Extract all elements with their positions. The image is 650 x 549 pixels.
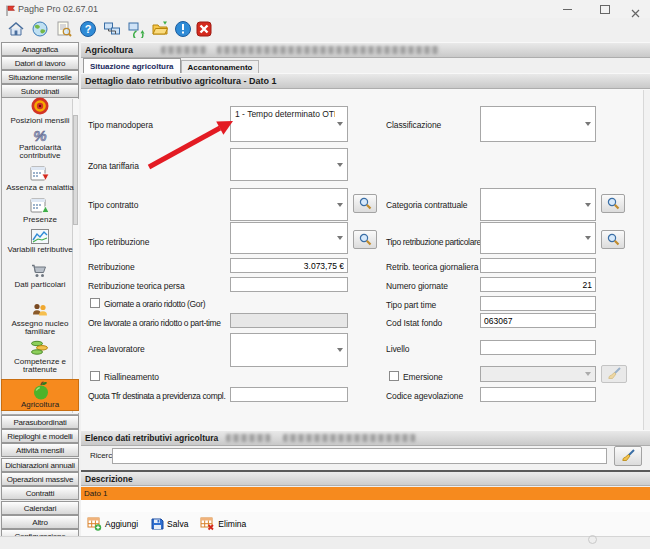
chevron-down-icon: [337, 163, 343, 167]
chart-icon[interactable]: [30, 227, 50, 247]
livello-input[interactable]: [480, 340, 596, 355]
sync-icon[interactable]: [126, 19, 146, 39]
field-label-codice-agevolazione: Codice agevolazione: [386, 391, 463, 401]
help-icon[interactable]: ?: [78, 19, 98, 39]
field-label-zona-tariffaria: Zona tariffaria: [88, 161, 139, 171]
zona-tariffaria-combo[interactable]: [230, 148, 348, 181]
field-label-tipo-part-time: Tipo part time: [386, 300, 436, 310]
sidebar-item-riepiloghi-e-modelli[interactable]: Riepiloghi e modelli: [1, 429, 79, 443]
world-icon[interactable]: [30, 19, 50, 39]
cart-icon[interactable]: [30, 261, 50, 281]
sidebar-item-assegno-nucleo-familiare[interactable]: Assegno nucleo familiare: [1, 320, 79, 335]
page-title: Agricoltura: [85, 45, 133, 55]
redacted-company: [283, 434, 416, 442]
table-column-header: Descrizione: [81, 470, 650, 486]
retrib-teorica-giornaliera-input[interactable]: [480, 258, 596, 273]
field-label-categoria-contrattuale: Categoria contrattuale: [386, 200, 467, 210]
area-lavoratore-combo[interactable]: [230, 333, 348, 367]
cod-istat-fondo-input[interactable]: [480, 313, 596, 328]
riallineamento-checkbox[interactable]: [90, 371, 100, 381]
info-icon[interactable]: [173, 19, 193, 39]
open-folder-icon[interactable]: [150, 19, 170, 39]
add-button[interactable]: Aggiungi: [85, 517, 140, 531]
search-input[interactable]: [112, 448, 607, 464]
chevron-down-icon: [585, 203, 591, 207]
brush-icon: [621, 449, 635, 463]
tipo-retribuzione-search-button[interactable]: [353, 230, 377, 249]
tipo-manodopera-value: 1 - Tempo determinato OTD: [235, 109, 335, 119]
classificazione-combo[interactable]: [480, 106, 596, 142]
document-search-icon[interactable]: [54, 19, 74, 39]
redacted-period: [161, 46, 207, 54]
target-icon[interactable]: [30, 96, 50, 116]
emersione-checkbox[interactable]: [389, 371, 399, 381]
categoria-contrattuale-combo[interactable]: [480, 188, 596, 221]
home-icon[interactable]: [6, 19, 26, 39]
sidebar-item-agricoltura-selected[interactable]: Agricoltura: [1, 379, 79, 411]
field-label-area-lavoratore: Area lavoratore: [88, 344, 145, 354]
search-clear-button[interactable]: [614, 446, 642, 466]
categoria-contrattuale-search-button[interactable]: [601, 194, 625, 213]
calendar-presence-icon[interactable]: [30, 196, 50, 216]
sidebar-item-presenze[interactable]: Presenze: [1, 216, 79, 224]
calendar-absence-icon[interactable]: [30, 164, 50, 184]
sidebar-item-operazioni-massive[interactable]: Operazioni massive: [1, 472, 79, 486]
sidebar-item-altro[interactable]: Altro: [1, 515, 79, 529]
maximize-icon[interactable]: [600, 5, 610, 14]
codice-agevolazione-input[interactable]: [480, 387, 596, 402]
table-row-selected[interactable]: Dato 1: [81, 487, 650, 500]
quota-tfr-input[interactable]: [230, 387, 348, 402]
brush-icon: [607, 367, 621, 381]
window-title: Paghe Pro 02.67.01: [18, 4, 98, 14]
tipo-retribuzione-combo[interactable]: [230, 222, 348, 254]
save-icon: [150, 517, 164, 531]
app-window: Paghe Pro 02.67.01 ?: [0, 0, 650, 549]
sidebar-item-dati-particolari[interactable]: Dati particolari: [1, 281, 79, 289]
tab-situazione-agricoltura[interactable]: Situazione agricoltura: [83, 58, 181, 73]
coins-icon[interactable]: [30, 338, 50, 358]
sidebar-item-anagrafica[interactable]: Anagrafica: [1, 42, 79, 56]
chevron-down-icon: [337, 236, 343, 240]
retribuzione-input[interactable]: [230, 258, 348, 273]
tipo-retribuzione-particolare-combo[interactable]: [480, 222, 596, 254]
sidebar-item-attivita-mensili[interactable]: Attività mensili: [1, 443, 79, 457]
exit-icon[interactable]: [194, 19, 214, 39]
gor-checkbox[interactable]: [90, 298, 100, 308]
emersione-combo: [480, 366, 596, 382]
tipo-part-time-input[interactable]: [480, 296, 596, 311]
sidebar-item-datori-di-lavoro[interactable]: Datori di lavoro: [1, 56, 79, 70]
network-icon[interactable]: [102, 19, 122, 39]
chevron-down-icon: [585, 236, 591, 240]
sidebar-item-contratti[interactable]: Contratti: [1, 486, 79, 500]
sidebar-item-variabili-retributive[interactable]: Variabili retributive: [1, 246, 79, 254]
sidebar-item-agricoltura-label: Agricoltura: [2, 401, 78, 409]
retribuzione-teorica-persa-input[interactable]: [230, 277, 348, 292]
field-label-riallineamento: Riallineamento: [104, 372, 159, 382]
main-toolbar: ?: [0, 18, 650, 40]
field-label-livello: Livello: [386, 344, 409, 354]
sidebar-item-situazione-mensile[interactable]: Situazione mensile: [1, 70, 79, 84]
sidebar-item-parasubordinati[interactable]: Parasubordinati: [1, 415, 79, 429]
tipo-contratto-search-button[interactable]: [353, 194, 377, 213]
sidebar-item-particolarita-contributive[interactable]: Particolarità contributive: [1, 144, 79, 159]
family-icon[interactable]: [30, 300, 50, 320]
sidebar-item-assenza-e-malattia[interactable]: Assenza e malattia: [1, 184, 79, 192]
numero-giornate-input[interactable]: [480, 277, 596, 292]
tipo-contratto-combo[interactable]: [230, 188, 348, 221]
field-label-tipo-retribuzione: Tipo retribuzione: [88, 237, 149, 247]
save-button[interactable]: Salva: [148, 517, 190, 531]
sidebar-item-competenze-e-trattenute[interactable]: Competenze e trattenute: [1, 358, 79, 373]
delete-button[interactable]: Elimina: [198, 517, 248, 531]
sidebar-scrollbar-thumb[interactable]: [73, 115, 78, 225]
sidebar-item-calendari[interactable]: Calendari: [1, 501, 79, 515]
tab-accantonamento[interactable]: Accantonamento: [181, 60, 260, 73]
minimize-icon[interactable]: [563, 9, 572, 10]
tipo-manodopera-combo[interactable]: 1 - Tempo determinato OTD: [230, 106, 348, 142]
search-icon: [607, 233, 620, 246]
sidebar-item-dichiarazioni-annuali[interactable]: Dichiarazioni annuali: [1, 458, 79, 472]
sidebar-item-posizioni-mensili[interactable]: Posizioni mensili: [1, 117, 79, 125]
search-icon: [359, 197, 372, 210]
form-scrollbar[interactable]: [643, 90, 650, 430]
tipo-retribuzione-particolare-search-button[interactable]: [601, 230, 625, 249]
redacted-company: [217, 46, 439, 54]
